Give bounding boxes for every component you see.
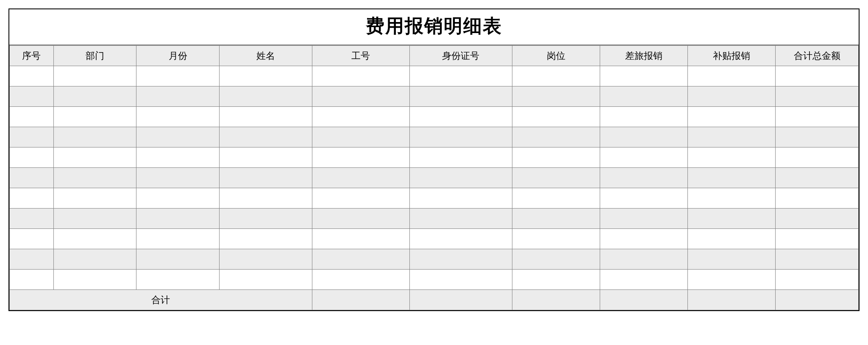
table-cell[interactable]	[312, 249, 409, 270]
table-cell[interactable]	[219, 86, 312, 107]
table-cell[interactable]	[512, 66, 600, 86]
table-cell[interactable]	[312, 86, 409, 107]
table-cell[interactable]	[688, 209, 776, 229]
table-cell[interactable]	[409, 127, 512, 147]
table-cell[interactable]	[600, 66, 687, 86]
table-cell[interactable]	[600, 127, 687, 147]
table-cell[interactable]	[409, 229, 512, 249]
table-cell[interactable]	[53, 249, 136, 270]
table-cell[interactable]	[688, 249, 776, 270]
table-cell[interactable]	[10, 168, 54, 188]
table-cell[interactable]	[600, 147, 687, 168]
table-cell[interactable]	[10, 249, 54, 270]
table-cell[interactable]	[409, 66, 512, 86]
table-cell[interactable]	[53, 270, 136, 290]
table-cell[interactable]	[219, 127, 312, 147]
table-cell[interactable]	[312, 147, 409, 168]
table-cell[interactable]	[53, 147, 136, 168]
table-cell[interactable]	[219, 107, 312, 127]
table-cell[interactable]	[312, 168, 409, 188]
table-cell[interactable]	[409, 86, 512, 107]
table-cell[interactable]	[53, 168, 136, 188]
table-cell[interactable]	[312, 229, 409, 249]
table-cell[interactable]	[776, 209, 859, 229]
table-cell[interactable]	[600, 107, 687, 127]
table-cell[interactable]	[600, 86, 687, 107]
table-cell[interactable]	[409, 188, 512, 209]
table-cell[interactable]	[512, 168, 600, 188]
table-cell[interactable]	[688, 107, 776, 127]
table-cell[interactable]	[10, 107, 54, 127]
table-cell[interactable]	[600, 249, 687, 270]
table-cell[interactable]	[136, 66, 220, 86]
table-cell[interactable]	[776, 229, 859, 249]
table-cell[interactable]	[512, 188, 600, 209]
table-cell[interactable]	[776, 147, 859, 168]
table-cell[interactable]	[219, 188, 312, 209]
table-cell[interactable]	[10, 209, 54, 229]
table-cell[interactable]	[776, 107, 859, 127]
table-cell[interactable]	[409, 249, 512, 270]
table-cell[interactable]	[136, 229, 220, 249]
table-cell[interactable]	[53, 209, 136, 229]
table-cell[interactable]	[512, 86, 600, 107]
table-cell[interactable]	[53, 66, 136, 86]
table-cell[interactable]	[219, 229, 312, 249]
table-cell[interactable]	[688, 229, 776, 249]
table-cell[interactable]	[136, 270, 220, 290]
table-cell[interactable]	[136, 86, 220, 107]
table-cell[interactable]	[10, 86, 54, 107]
table-cell[interactable]	[10, 147, 54, 168]
table-cell[interactable]	[312, 209, 409, 229]
table-cell[interactable]	[512, 127, 600, 147]
table-cell[interactable]	[512, 147, 600, 168]
table-cell[interactable]	[512, 229, 600, 249]
table-cell[interactable]	[776, 66, 859, 86]
table-cell[interactable]	[10, 229, 54, 249]
table-cell[interactable]	[688, 86, 776, 107]
table-cell[interactable]	[219, 147, 312, 168]
table-cell[interactable]	[776, 188, 859, 209]
table-cell[interactable]	[219, 168, 312, 188]
table-cell[interactable]	[688, 270, 776, 290]
table-cell[interactable]	[136, 127, 220, 147]
table-cell[interactable]	[600, 229, 687, 249]
table-cell[interactable]	[776, 86, 859, 107]
table-cell[interactable]	[409, 107, 512, 127]
table-cell[interactable]	[600, 209, 687, 229]
table-cell[interactable]	[312, 66, 409, 86]
table-cell[interactable]	[136, 107, 220, 127]
table-cell[interactable]	[53, 127, 136, 147]
table-cell[interactable]	[688, 168, 776, 188]
table-cell[interactable]	[776, 168, 859, 188]
table-cell[interactable]	[776, 270, 859, 290]
table-cell[interactable]	[688, 66, 776, 86]
table-cell[interactable]	[312, 127, 409, 147]
table-cell[interactable]	[512, 209, 600, 229]
table-cell[interactable]	[219, 209, 312, 229]
table-cell[interactable]	[136, 188, 220, 209]
table-cell[interactable]	[776, 127, 859, 147]
table-cell[interactable]	[53, 107, 136, 127]
table-cell[interactable]	[10, 270, 54, 290]
table-cell[interactable]	[512, 107, 600, 127]
table-cell[interactable]	[600, 168, 687, 188]
table-cell[interactable]	[512, 270, 600, 290]
table-cell[interactable]	[10, 127, 54, 147]
table-cell[interactable]	[136, 168, 220, 188]
table-cell[interactable]	[10, 188, 54, 209]
table-cell[interactable]	[688, 147, 776, 168]
table-cell[interactable]	[409, 209, 512, 229]
table-cell[interactable]	[688, 188, 776, 209]
table-cell[interactable]	[53, 188, 136, 209]
table-cell[interactable]	[312, 270, 409, 290]
table-cell[interactable]	[53, 229, 136, 249]
table-cell[interactable]	[136, 147, 220, 168]
table-cell[interactable]	[136, 249, 220, 270]
table-cell[interactable]	[409, 168, 512, 188]
table-cell[interactable]	[409, 270, 512, 290]
table-cell[interactable]	[688, 127, 776, 147]
table-cell[interactable]	[409, 147, 512, 168]
table-cell[interactable]	[312, 107, 409, 127]
table-cell[interactable]	[219, 249, 312, 270]
